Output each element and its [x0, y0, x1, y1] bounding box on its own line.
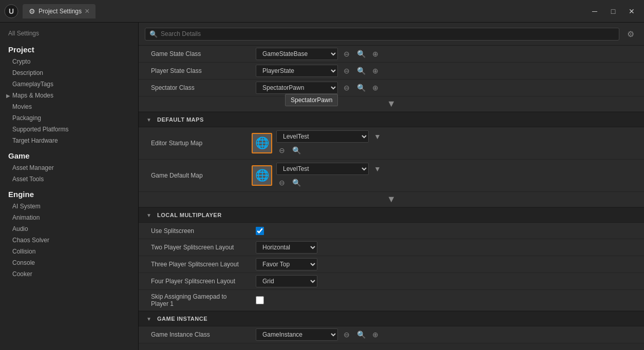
editor-startup-map-controls: LevelTest ▼ ⊖ 🔍 [276, 130, 383, 156]
sidebar-item-animation[interactable]: Animation [0, 212, 138, 223]
content-scroll: Game State Class GameStateBase ⊖ 🔍 ⊕ Pla… [139, 46, 644, 350]
search-settings-gear[interactable]: ⚙ [623, 27, 638, 41]
content-area: 🔍 ⚙ Game State Class GameStateBase ⊖ 🔍 ⊕ [139, 23, 644, 350]
editor-startup-map-top: LevelTest ▼ [276, 130, 383, 143]
game-instance-plus-btn[interactable]: ⊕ [370, 329, 381, 340]
tab-close-button[interactable]: × [85, 7, 89, 15]
game-instance-collapse-btn[interactable]: ▼ [145, 315, 153, 323]
editor-map-dropdown-arrow[interactable]: ▼ [372, 131, 383, 142]
game-instance-title: GAME INSTANCE [157, 316, 207, 322]
player-state-search-btn[interactable]: 🔍 [355, 65, 367, 76]
player-state-minus-btn[interactable]: ⊖ [341, 65, 352, 76]
sidebar: All Settings Project Crypto Description … [0, 23, 139, 350]
maps-expand-btn[interactable]: ▼ [141, 194, 642, 205]
two-player-layout-value: Horizontal Vertical [252, 239, 644, 256]
game-state-plus-btn[interactable]: ⊕ [370, 48, 381, 60]
tab-label: Project Settings [39, 8, 82, 15]
game-map-minus-btn[interactable]: ⊖ [276, 177, 288, 188]
editor-startup-map-row: Editor Startup Map 🌐 LevelTest ▼ ⊖ 🔍 [139, 127, 644, 160]
game-map-dropdown-arrow[interactable]: ▼ [372, 163, 383, 174]
skip-gamepad-row: Skip Assigning Gamepad to Player 1 [139, 290, 644, 311]
maps-expand-row: ▼ [139, 192, 644, 207]
sidebar-item-chaos-solver[interactable]: Chaos Solver [0, 235, 138, 246]
two-player-layout-row: Two Player Splitscreen Layout Horizontal… [139, 239, 644, 256]
editor-startup-map-dropdown[interactable]: LevelTest [276, 130, 369, 143]
classes-expand-btn[interactable]: ▼ [141, 99, 642, 109]
sidebar-item-packaging[interactable]: Packaging [0, 112, 138, 124]
game-instance-class-dropdown[interactable]: GameInstance [256, 328, 338, 341]
game-instance-class-label: Game Instance Class [139, 328, 252, 341]
player-state-class-label: Player State Class [139, 64, 252, 77]
game-map-search-btn[interactable]: 🔍 [291, 177, 302, 188]
four-player-layout-row: Four Player Splitscreen Layout Grid Line… [139, 273, 644, 290]
game-default-map-top: LevelTest ▼ [276, 163, 383, 175]
game-instance-search-btn[interactable]: 🔍 [355, 329, 367, 340]
use-splitscreen-value [252, 225, 644, 237]
sidebar-item-gameplaytags[interactable]: GameplayTags [0, 79, 138, 90]
sidebar-item-console[interactable]: Console [0, 257, 138, 268]
two-player-layout-dropdown[interactable]: Horizontal Vertical [256, 241, 317, 254]
maps-modes-arrow: ▶ [6, 93, 10, 99]
search-icon: 🔍 [149, 30, 158, 38]
sidebar-item-asset-tools[interactable]: Asset Tools [0, 173, 138, 185]
sidebar-item-cooker[interactable]: Cooker [0, 268, 138, 280]
game-default-map-label: Game Default Map [151, 172, 252, 179]
minimize-button[interactable]: ─ [586, 4, 603, 18]
spectator-class-value: SpectatorPawn ⊖ 🔍 ⊕ [252, 80, 644, 96]
game-default-map-globe[interactable]: 🌐 [252, 165, 272, 186]
project-settings-tab[interactable]: ⚙ Project Settings × [23, 4, 96, 18]
game-instance-minus-btn[interactable]: ⊖ [341, 329, 352, 340]
player-state-class-dropdown[interactable]: PlayerState [256, 65, 338, 77]
sidebar-item-audio[interactable]: Audio [0, 223, 138, 235]
maximize-button[interactable]: □ [605, 4, 621, 18]
player-state-class-value: PlayerState ⊖ 🔍 ⊕ [252, 63, 644, 79]
game-default-map-controls: LevelTest ▼ ⊖ 🔍 [276, 163, 383, 188]
two-player-layout-label: Two Player Splitscreen Layout [139, 241, 252, 254]
sidebar-item-supported-platforms[interactable]: Supported Platforms [0, 124, 138, 135]
game-state-class-row: Game State Class GameStateBase ⊖ 🔍 ⊕ [139, 46, 644, 63]
project-section-header: Project [0, 40, 138, 56]
three-player-layout-dropdown[interactable]: Favor Top Favor Left Favor Right Favor B… [256, 258, 317, 270]
four-player-layout-dropdown[interactable]: Grid Linear [256, 275, 317, 287]
search-bar: 🔍 ⚙ [139, 23, 644, 46]
sidebar-item-collision[interactable]: Collision [0, 246, 138, 257]
sidebar-item-target-hardware[interactable]: Target Hardware [0, 135, 138, 146]
search-input[interactable] [161, 30, 615, 37]
local-multiplayer-collapse-btn[interactable]: ▼ [145, 211, 153, 219]
three-player-layout-label: Three Player Splitscreen Layout [139, 258, 252, 271]
four-player-layout-value: Grid Linear [252, 273, 644, 289]
titlebar: U ⚙ Project Settings × ─ □ ✕ [0, 0, 644, 23]
editor-startup-map-label: Editor Startup Map [151, 140, 252, 147]
sidebar-item-crypto[interactable]: Crypto [0, 56, 138, 67]
editor-map-search-btn[interactable]: 🔍 [291, 145, 302, 156]
game-state-minus-btn[interactable]: ⊖ [341, 48, 352, 60]
window-controls: ─ □ ✕ [586, 4, 640, 18]
default-maps-collapse-btn[interactable]: ▼ [145, 115, 153, 124]
sidebar-item-description[interactable]: Description [0, 67, 138, 79]
spectator-plus-btn[interactable]: ⊕ [370, 82, 381, 93]
local-multiplayer-section-header: ▼ LOCAL MULTIPLAYER [139, 207, 644, 223]
skip-gamepad-value [252, 294, 644, 306]
three-player-layout-value: Favor Top Favor Left Favor Right Favor B… [252, 256, 644, 273]
skip-gamepad-checkbox[interactable] [256, 296, 264, 304]
player-state-plus-btn[interactable]: ⊕ [370, 65, 381, 76]
game-default-map-dropdown[interactable]: LevelTest [276, 163, 369, 175]
sidebar-item-movies[interactable]: Movies [0, 101, 138, 112]
all-settings-link[interactable]: All Settings [0, 27, 138, 40]
sidebar-item-maps-modes[interactable]: ▶ Maps & Modes [0, 90, 138, 101]
use-splitscreen-label: Use Splitscreen [139, 224, 252, 238]
skip-gamepad-label: Skip Assigning Gamepad to Player 1 [139, 290, 252, 310]
spectator-class-row: Spectator Class SpectatorPawn ⊖ 🔍 ⊕ Spec… [139, 80, 644, 96]
game-state-class-dropdown[interactable]: GameStateBase [256, 48, 338, 60]
spectator-search-btn[interactable]: 🔍 [355, 82, 367, 93]
editor-map-minus-btn[interactable]: ⊖ [276, 145, 288, 156]
sidebar-item-asset-manager[interactable]: Asset Manager [0, 162, 138, 173]
spectator-minus-btn[interactable]: ⊖ [341, 82, 352, 93]
spectator-class-dropdown[interactable]: SpectatorPawn [256, 82, 338, 94]
use-splitscreen-checkbox[interactable] [256, 227, 264, 235]
close-button[interactable]: ✕ [623, 4, 640, 18]
sidebar-item-ai-system[interactable]: AI System [0, 201, 138, 212]
spectator-class-label: Spectator Class [139, 81, 252, 94]
game-state-search-btn[interactable]: 🔍 [355, 48, 367, 60]
editor-startup-map-globe[interactable]: 🌐 [252, 133, 272, 153]
